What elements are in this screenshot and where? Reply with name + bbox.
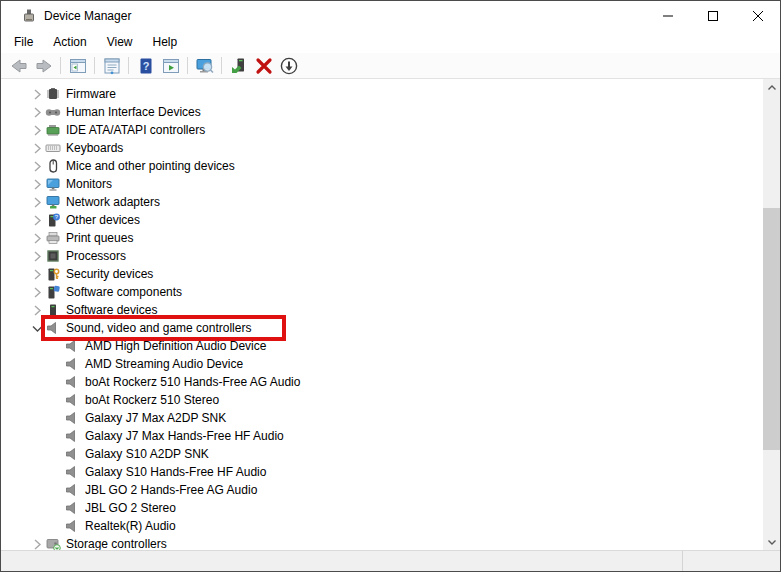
chevron-right-icon[interactable] <box>28 284 45 300</box>
console-tree-icon <box>68 56 88 76</box>
update-driver-icon <box>229 56 249 76</box>
tree-item-jbl-go2-stereo[interactable]: JBL GO 2 Stereo <box>1 499 780 517</box>
menu-file[interactable]: File <box>4 32 43 52</box>
speaker-icon <box>64 356 80 372</box>
vertical-scrollbar[interactable] <box>763 79 780 550</box>
title-bar: Device Manager <box>1 1 780 31</box>
minimize-button[interactable] <box>645 1 690 31</box>
tree-item-galaxy-s10-a2dp[interactable]: Galaxy S10 A2DP SNK <box>1 445 780 463</box>
tree-item-software-components[interactable]: Software components <box>1 283 780 301</box>
chevron-right-icon[interactable] <box>28 536 45 550</box>
chevron-right-icon[interactable] <box>28 230 45 246</box>
menu-view[interactable]: View <box>97 32 143 52</box>
close-button[interactable] <box>735 1 780 31</box>
speaker-icon <box>64 446 80 462</box>
speaker-icon <box>64 482 80 498</box>
maximize-button[interactable] <box>690 1 735 31</box>
tree-item-storage-controllers[interactable]: Storage controllers <box>1 535 780 550</box>
chevron-right-icon[interactable] <box>28 194 45 210</box>
tree-item-label: Mice and other pointing devices <box>65 158 238 174</box>
processor-icon <box>45 248 61 264</box>
tree-item-human-interface-devices[interactable]: Human Interface Devices <box>1 103 780 121</box>
speaker-icon <box>64 410 80 426</box>
tree-item-galaxy-j7-handsfree[interactable]: Galaxy J7 Max Hands-Free HF Audio <box>1 427 780 445</box>
tree-item-galaxy-s10-handsfree[interactable]: Galaxy S10 Hands-Free HF Audio <box>1 463 780 481</box>
scan-hardware-changes-button[interactable] <box>192 54 217 77</box>
chevron-right-icon[interactable] <box>28 122 45 138</box>
chevron-right-icon[interactable] <box>28 302 45 318</box>
tree-item-boat-rockerz-handsfree[interactable]: boAt Rockerz 510 Hands-Free AG Audio <box>1 373 780 391</box>
tree-item-processors[interactable]: Processors <box>1 247 780 265</box>
properties-icon <box>102 56 122 76</box>
help-button[interactable] <box>133 54 158 77</box>
scrollbar-up-button[interactable] <box>763 79 780 96</box>
show-console-tree-button[interactable] <box>65 54 90 77</box>
tree-item-label: Sound, video and game controllers <box>65 320 254 336</box>
menu-bar: File Action View Help <box>1 31 780 53</box>
security-device-icon <box>45 266 61 282</box>
disable-device-button[interactable] <box>276 54 301 77</box>
speaker-icon <box>64 338 80 354</box>
tree-item-realtek-audio[interactable]: Realtek(R) Audio <box>1 517 780 535</box>
tree-item-monitors[interactable]: Monitors <box>1 175 780 193</box>
printer-icon <box>45 230 61 246</box>
chevron-right-icon[interactable] <box>28 86 45 102</box>
tree-item-amd-streaming-audio[interactable]: AMD Streaming Audio Device <box>1 355 780 373</box>
back-button[interactable] <box>6 54 31 77</box>
tree-item-label: Processors <box>65 248 129 264</box>
chevron-right-icon[interactable] <box>28 140 45 156</box>
chevron-down-icon <box>767 537 777 547</box>
tree-item-print-queues[interactable]: Print queues <box>1 229 780 247</box>
gamepad-icon <box>45 104 61 120</box>
device-tree: Firmware Human Interface Devices IDE ATA… <box>1 79 780 550</box>
tree-item-firmware[interactable]: Firmware <box>1 85 780 103</box>
disable-icon <box>279 56 299 76</box>
software-component-icon <box>45 284 61 300</box>
tree-item-label: boAt Rockerz 510 Hands-Free AG Audio <box>84 374 303 390</box>
tree-item-ide-controllers[interactable]: IDE ATA/ATAPI controllers <box>1 121 780 139</box>
tree-item-other-devices[interactable]: Other devices <box>1 211 780 229</box>
window-title: Device Manager <box>44 9 131 23</box>
toolbar <box>1 53 780 79</box>
chevron-down-icon[interactable] <box>28 320 45 336</box>
toolbar-separator <box>94 57 95 74</box>
close-icon <box>753 11 763 21</box>
tree-item-network-adapters[interactable]: Network adapters <box>1 193 780 211</box>
menu-action[interactable]: Action <box>43 32 96 52</box>
chevron-right-icon[interactable] <box>28 104 45 120</box>
tree-item-amd-hd-audio[interactable]: AMD High Definition Audio Device <box>1 337 780 355</box>
tree-item-software-devices[interactable]: Software devices <box>1 301 780 319</box>
uninstall-device-button[interactable] <box>251 54 276 77</box>
properties-button[interactable] <box>99 54 124 77</box>
chevron-right-icon[interactable] <box>28 212 45 228</box>
unknown-device-icon <box>45 212 61 228</box>
speaker-icon <box>64 392 80 408</box>
device-tree-pane: Firmware Human Interface Devices IDE ATA… <box>1 79 780 550</box>
toolbar-separator <box>187 57 188 74</box>
chevron-right-icon[interactable] <box>28 266 45 282</box>
scrollbar-thumb[interactable] <box>763 208 780 450</box>
tree-item-boat-rockerz-stereo[interactable]: boAt Rockerz 510 Stereo <box>1 391 780 409</box>
tree-item-label: JBL GO 2 Hands-Free AG Audio <box>84 482 260 498</box>
network-adapter-icon <box>45 194 61 210</box>
tree-item-mice[interactable]: Mice and other pointing devices <box>1 157 780 175</box>
tree-item-label: Galaxy J7 Max A2DP SNK <box>84 410 229 426</box>
update-driver-button[interactable] <box>226 54 251 77</box>
forward-button[interactable] <box>31 54 56 77</box>
tree-item-label: Realtek(R) Audio <box>84 518 179 534</box>
menu-help[interactable]: Help <box>143 32 188 52</box>
chevron-right-icon[interactable] <box>28 158 45 174</box>
chevron-right-icon[interactable] <box>28 248 45 264</box>
tree-item-sound-video-game-controllers[interactable]: Sound, video and game controllers <box>1 319 780 337</box>
speaker-icon <box>64 428 80 444</box>
keyboard-icon <box>45 140 61 156</box>
tree-item-label: Human Interface Devices <box>65 104 204 120</box>
tree-item-jbl-go2-handsfree[interactable]: JBL GO 2 Hands-Free AG Audio <box>1 481 780 499</box>
toolbar-separator <box>128 57 129 74</box>
chevron-right-icon[interactable] <box>28 176 45 192</box>
scrollbar-down-button[interactable] <box>763 533 780 550</box>
tree-item-keyboards[interactable]: Keyboards <box>1 139 780 157</box>
show-action-pane-button[interactable] <box>158 54 183 77</box>
tree-item-security-devices[interactable]: Security devices <box>1 265 780 283</box>
tree-item-galaxy-j7-a2dp[interactable]: Galaxy J7 Max A2DP SNK <box>1 409 780 427</box>
